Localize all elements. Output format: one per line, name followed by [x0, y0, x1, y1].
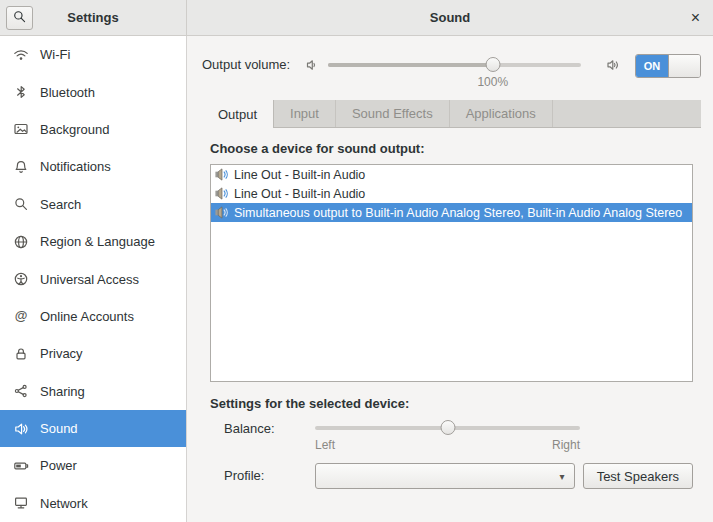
- sidebar-item-label: Power: [40, 458, 77, 473]
- battery-icon: [13, 458, 29, 474]
- switch-on-label: ON: [636, 55, 668, 77]
- sidebar-item-label: Background: [40, 122, 109, 137]
- output-volume-slider[interactable]: 100%: [328, 54, 581, 76]
- universal-access-icon: [13, 271, 29, 287]
- output-volume-row: Output volume: 100% ON: [187, 36, 713, 78]
- sidebar-item-region-language[interactable]: Region & Language: [0, 223, 186, 260]
- bluetooth-icon: [13, 84, 29, 100]
- sidebar-item-online-accounts[interactable]: @ Online Accounts: [0, 298, 186, 335]
- sidebar-header: Settings: [0, 0, 187, 36]
- output-device-list: Line Out - Built-in Audio Line Out - Bui…: [210, 164, 693, 382]
- sidebar-item-label: Wi-Fi: [40, 47, 70, 62]
- profile-dropdown[interactable]: ▾: [315, 463, 575, 489]
- sidebar-item-bluetooth[interactable]: Bluetooth: [0, 73, 186, 110]
- sidebar-item-label: Sharing: [40, 384, 85, 399]
- choose-device-label: Choose a device for sound output:: [210, 141, 693, 156]
- sidebar-item-background[interactable]: Background: [0, 111, 186, 148]
- profile-label: Profile:: [210, 464, 315, 488]
- sidebar-item-label: Online Accounts: [40, 309, 134, 324]
- tab-input[interactable]: Input: [274, 100, 336, 127]
- sidebar-item-network[interactable]: Network: [0, 485, 186, 522]
- sidebar-item-search[interactable]: Search: [0, 186, 186, 223]
- sidebar-item-label: Bluetooth: [40, 85, 95, 100]
- sidebar-item-notifications[interactable]: Notifications: [0, 148, 186, 185]
- tab-bar: Output Input Sound Effects Applications: [202, 100, 701, 128]
- balance-label: Balance:: [210, 417, 315, 441]
- network-icon: [13, 495, 29, 511]
- tab-sound-effects[interactable]: Sound Effects: [336, 100, 450, 127]
- sound-panel: Output volume: 100% ON Output Input Soun…: [187, 36, 713, 522]
- slider-handle[interactable]: [440, 420, 455, 435]
- slider-handle[interactable]: [485, 57, 500, 72]
- sidebar-item-universal-access[interactable]: Universal Access: [0, 260, 186, 297]
- balance-row: Balance: Left Right: [210, 417, 693, 441]
- test-speakers-button[interactable]: Test Speakers: [583, 463, 693, 489]
- sidebar-item-label: Region & Language: [40, 234, 155, 249]
- sidebar-item-power[interactable]: Power: [0, 447, 186, 484]
- device-row-selected[interactable]: Simultaneous output to Built-in Audio An…: [211, 203, 692, 222]
- balance-slider[interactable]: Left Right: [315, 417, 580, 439]
- share-icon: [13, 383, 29, 399]
- device-label: Line Out - Built-in Audio: [234, 187, 365, 201]
- device-label: Simultaneous output to Built-in Audio An…: [234, 206, 682, 220]
- switch-knob[interactable]: [668, 55, 700, 77]
- sidebar-item-label: Universal Access: [40, 272, 139, 287]
- output-tab-content: Choose a device for sound output: Line O…: [202, 128, 701, 522]
- settings-for-device-label: Settings for the selected device:: [210, 396, 693, 411]
- output-volume-label: Output volume:: [202, 54, 290, 76]
- bell-icon: [13, 159, 29, 175]
- speaker-icon: [13, 421, 29, 437]
- sidebar-item-label: Privacy: [40, 346, 83, 361]
- panel-header: Sound ×: [187, 0, 713, 36]
- sound-notebook: Output Input Sound Effects Applications …: [202, 100, 701, 522]
- wifi-icon: [13, 47, 29, 63]
- volume-high-icon: [605, 57, 621, 76]
- audio-card-icon: [214, 186, 229, 201]
- search-icon: [13, 196, 29, 212]
- globe-icon: [13, 234, 29, 250]
- profile-row: Profile: ▾ Test Speakers: [210, 463, 693, 489]
- volume-low-icon: [304, 57, 320, 76]
- device-row[interactable]: Line Out - Built-in Audio: [211, 165, 692, 184]
- audio-card-icon: [214, 205, 229, 220]
- output-volume-switch[interactable]: ON: [635, 54, 701, 78]
- lock-icon: [13, 346, 29, 362]
- sidebar-item-label: Network: [40, 496, 88, 511]
- balance-right-label: Right: [552, 438, 580, 452]
- sidebar-item-label: Notifications: [40, 159, 111, 174]
- slider-fill: [328, 63, 493, 67]
- sidebar-item-label: Sound: [40, 421, 78, 436]
- device-label: Line Out - Built-in Audio: [234, 168, 365, 182]
- device-row[interactable]: Line Out - Built-in Audio: [211, 184, 692, 203]
- background-icon: [13, 121, 29, 137]
- sidebar-item-label: Search: [40, 197, 81, 212]
- sidebar: Wi-Fi Bluetooth Background Notifications…: [0, 36, 187, 522]
- panel-title: Sound: [430, 10, 470, 25]
- close-button[interactable]: ×: [691, 10, 700, 26]
- settings-window: Settings Sound × Wi-Fi Bluetooth Backgro…: [0, 0, 713, 522]
- tab-applications[interactable]: Applications: [450, 100, 553, 127]
- chevron-down-icon: ▾: [560, 471, 565, 482]
- online-accounts-icon: @: [13, 308, 29, 324]
- search-icon: [12, 9, 27, 27]
- sidebar-item-wifi[interactable]: Wi-Fi: [0, 36, 186, 73]
- sidebar-item-sound[interactable]: Sound: [0, 410, 186, 447]
- volume-percent-label: 100%: [477, 75, 508, 89]
- tab-output[interactable]: Output: [202, 100, 274, 128]
- audio-card-icon: [214, 167, 229, 182]
- search-button[interactable]: [6, 6, 33, 30]
- balance-left-label: Left: [315, 438, 335, 452]
- sidebar-item-privacy[interactable]: Privacy: [0, 335, 186, 372]
- sidebar-item-sharing[interactable]: Sharing: [0, 373, 186, 410]
